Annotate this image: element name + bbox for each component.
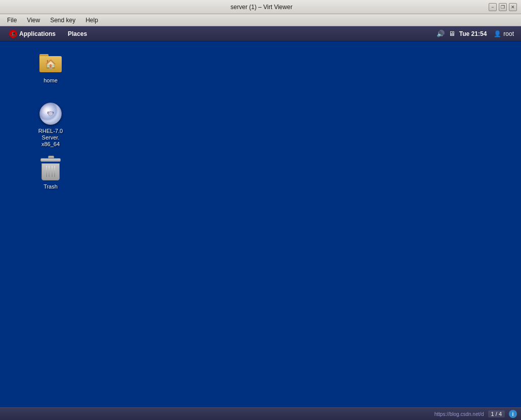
clock: Tue 21:54: [459, 30, 487, 37]
title-bar: server (1) – Virt Viewer − ❐ ✕: [0, 0, 521, 14]
status-url: https://blog.csdn.net/d: [435, 411, 484, 417]
applications-button[interactable]: 🎩 Applications: [4, 28, 61, 39]
page-indicator: 1 / 4: [488, 410, 505, 417]
menu-file[interactable]: File: [2, 16, 22, 25]
trash-icon-label: Trash: [44, 183, 58, 190]
desktop-icon-trash[interactable]: Trash: [30, 155, 71, 192]
menu-view[interactable]: View: [22, 16, 45, 25]
menu-help[interactable]: Help: [80, 16, 103, 25]
desktop-icon-dvd[interactable]: DVD RHEL-7.0 Server. x86_64: [30, 100, 71, 150]
user-label: root: [503, 30, 514, 37]
volume-icon[interactable]: 🔊: [437, 30, 445, 37]
menu-bar: File View Send key Help: [0, 14, 521, 26]
trash-icon: [38, 157, 63, 181]
taskbar: 🎩 Applications Places 🔊 🖥 Tue 21:54 👤 ro…: [0, 26, 521, 41]
user-menu[interactable]: 👤 root: [491, 29, 517, 38]
places-button[interactable]: Places: [63, 29, 92, 39]
user-icon: 👤: [494, 30, 501, 37]
dvd-icon: DVD: [38, 102, 63, 126]
home-icon-label: home: [44, 77, 58, 84]
window-title: server (1) – Virt Viewer: [34, 4, 489, 11]
network-icon[interactable]: 🖥: [449, 30, 455, 37]
close-button[interactable]: ✕: [509, 3, 517, 11]
status-bar: https://blog.csdn.net/d 1 / 4 i: [0, 407, 521, 420]
menu-sendkey[interactable]: Send key: [45, 16, 80, 25]
places-label: Places: [68, 30, 87, 37]
minimize-button[interactable]: −: [489, 3, 497, 11]
home-folder-icon: 🏠: [38, 51, 63, 75]
desktop: 🏠 home DVD RHEL-7.0 Server. x86_64: [0, 41, 521, 407]
window-controls: − ❐ ✕: [489, 3, 517, 11]
info-icon[interactable]: i: [509, 410, 517, 418]
applications-label: Applications: [19, 30, 56, 37]
restore-button[interactable]: ❐: [499, 3, 507, 11]
taskbar-right: 🔊 🖥 Tue 21:54 👤 root: [437, 29, 517, 38]
desktop-icon-home[interactable]: 🏠 home: [30, 49, 71, 86]
redhat-logo: 🎩: [9, 30, 17, 38]
taskbar-left: 🎩 Applications Places: [4, 28, 92, 39]
dvd-icon-label: RHEL-7.0 Server. x86_64: [32, 128, 69, 148]
